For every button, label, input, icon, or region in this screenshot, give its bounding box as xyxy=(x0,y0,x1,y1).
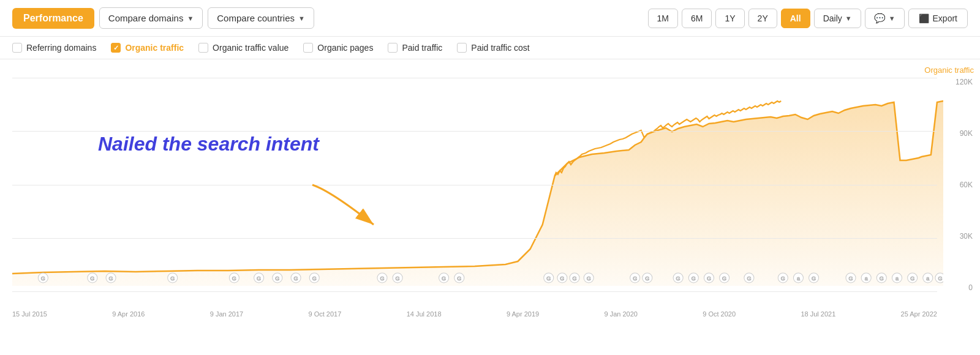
compare-domains-button[interactable]: Compare domains ▼ xyxy=(99,7,203,29)
x-axis-labels: 15 Jul 2015 9 Apr 2016 9 Jan 2017 9 Oct … xyxy=(12,310,937,318)
toolbar-right: 1M 6M 1Y 2Y All Daily ▼ 💬 ▼ ⬛ Export xyxy=(648,8,968,29)
filter-referring-domains[interactable]: Referring domains xyxy=(12,43,96,53)
comment-button[interactable]: 💬 ▼ xyxy=(865,8,905,29)
chart-right-label: Organic traffic xyxy=(924,65,974,75)
filter-paid-traffic[interactable]: Paid traffic xyxy=(388,43,442,53)
svg-text:G: G xyxy=(645,275,649,282)
toolbar: Performance Compare domains ▼ Compare co… xyxy=(0,0,980,37)
filter-paid-traffic-cost[interactable]: Paid traffic cost xyxy=(457,43,529,53)
filter-organic-traffic-value[interactable]: Organic traffic value xyxy=(198,43,288,53)
chart-area: Organic traffic 120K 90K 60K 30K 0 xyxy=(0,59,980,323)
y-label-30k: 30K xyxy=(960,232,973,241)
svg-text:G: G xyxy=(747,275,751,282)
svg-text:G: G xyxy=(880,275,884,282)
comment-icon: 💬 xyxy=(874,13,886,24)
compare-countries-chevron-icon: ▼ xyxy=(298,15,305,22)
svg-text:G: G xyxy=(560,275,564,282)
svg-text:G: G xyxy=(275,275,279,282)
y-label-90k: 90K xyxy=(960,129,973,138)
checkbox-paid-traffic-cost[interactable] xyxy=(457,43,467,53)
filter-paid-traffic-label: Paid traffic xyxy=(402,43,442,53)
x-label-1: 15 Jul 2015 xyxy=(12,310,47,318)
daily-button[interactable]: Daily ▼ xyxy=(814,9,861,28)
svg-text:G: G xyxy=(707,275,711,282)
compare-countries-button[interactable]: Compare countries ▼ xyxy=(208,7,314,29)
svg-text:G: G xyxy=(294,275,298,282)
svg-text:G: G xyxy=(312,275,317,282)
filter-organic-pages[interactable]: Organic pages xyxy=(303,43,373,53)
x-label-6: 9 Apr 2019 xyxy=(507,310,539,318)
filter-referring-domains-label: Referring domains xyxy=(26,43,96,53)
svg-text:G: G xyxy=(546,275,551,282)
export-icon: ⬛ xyxy=(919,13,929,23)
x-label-7: 9 Jan 2020 xyxy=(604,310,637,318)
export-label: Export xyxy=(933,13,957,23)
svg-text:G: G xyxy=(781,275,785,282)
svg-text:G: G xyxy=(90,275,94,282)
y-label-0: 0 xyxy=(968,283,973,292)
x-label-8: 9 Oct 2020 xyxy=(703,310,736,318)
filter-organic-traffic-label: Organic traffic xyxy=(125,43,184,53)
svg-text:G: G xyxy=(170,275,175,282)
daily-chevron-icon: ▼ xyxy=(845,15,852,22)
svg-text:G: G xyxy=(380,275,384,282)
checkbox-referring-domains[interactable] xyxy=(12,43,22,53)
filters-bar: Referring domains Organic traffic Organi… xyxy=(0,37,980,59)
x-label-4: 9 Oct 2017 xyxy=(309,310,342,318)
svg-text:G: G xyxy=(692,275,696,282)
x-label-9: 18 Jul 2021 xyxy=(801,310,835,318)
svg-text:G: G xyxy=(587,275,591,282)
time-1y-button[interactable]: 1Y xyxy=(715,9,744,28)
svg-text:G: G xyxy=(41,275,45,282)
filter-organic-pages-label: Organic pages xyxy=(317,43,373,53)
chart-svg: G G G G G G G G G G G G G G xyxy=(12,65,943,292)
daily-label: Daily xyxy=(823,13,842,23)
svg-text:G: G xyxy=(938,275,942,282)
comment-chevron-icon: ▼ xyxy=(889,15,895,22)
x-label-3: 9 Jan 2017 xyxy=(210,310,243,318)
svg-text:G: G xyxy=(109,275,113,282)
checkbox-organic-traffic-value[interactable] xyxy=(198,43,208,53)
compare-domains-label: Compare domains xyxy=(108,13,184,23)
performance-button[interactable]: Performance xyxy=(12,8,94,29)
svg-text:G: G xyxy=(442,275,446,282)
svg-text:G: G xyxy=(812,275,816,282)
export-button[interactable]: ⬛ Export xyxy=(908,9,968,28)
compare-countries-label: Compare countries xyxy=(217,13,295,23)
toolbar-left: Performance Compare domains ▼ Compare co… xyxy=(12,7,314,29)
svg-text:G: G xyxy=(457,275,461,282)
time-all-button[interactable]: All xyxy=(781,9,810,28)
arrow-annotation xyxy=(294,179,404,242)
time-1m-button[interactable]: 1M xyxy=(648,9,678,28)
time-2y-button[interactable]: 2Y xyxy=(748,9,777,28)
checkbox-paid-traffic[interactable] xyxy=(388,43,398,53)
x-label-5: 14 Jul 2018 xyxy=(407,310,442,318)
svg-text:G: G xyxy=(722,275,726,282)
y-label-120k: 120K xyxy=(956,78,973,86)
svg-text:G: G xyxy=(848,275,853,282)
annotation-text: Nailed the search intent xyxy=(98,133,319,155)
checkbox-organic-traffic[interactable] xyxy=(111,43,121,53)
time-6m-button[interactable]: 6M xyxy=(682,9,712,28)
svg-text:G: G xyxy=(573,275,577,282)
svg-text:G: G xyxy=(257,275,261,282)
y-label-60k: 60K xyxy=(960,181,973,189)
y-axis-labels: 120K 90K 60K 30K 0 xyxy=(956,78,973,292)
compare-domains-chevron-icon: ▼ xyxy=(187,15,194,22)
x-label-2: 9 Apr 2016 xyxy=(112,310,145,318)
svg-text:G: G xyxy=(910,275,914,282)
filter-organic-traffic-value-label: Organic traffic value xyxy=(213,43,288,53)
svg-text:G: G xyxy=(232,275,236,282)
x-label-10: 25 Apr 2022 xyxy=(901,310,937,318)
svg-text:G: G xyxy=(633,275,637,282)
filter-organic-traffic[interactable]: Organic traffic xyxy=(111,43,184,53)
svg-text:G: G xyxy=(396,275,400,282)
filter-paid-traffic-cost-label: Paid traffic cost xyxy=(471,43,529,53)
checkbox-organic-pages[interactable] xyxy=(303,43,313,53)
svg-text:G: G xyxy=(676,275,680,282)
